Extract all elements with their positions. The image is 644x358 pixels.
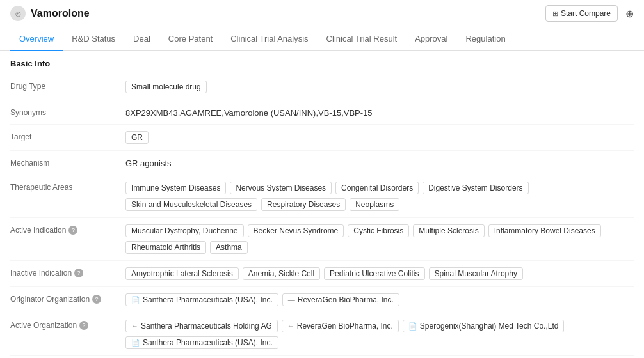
row-target: Target GR <box>10 125 634 151</box>
tag-respiratory: Respiratory Diseases <box>261 198 346 211</box>
label-originator-org: Originator Organization ? <box>10 293 125 304</box>
tag-als: Amyotrophic Lateral Sclerosis <box>125 267 239 280</box>
header-right: ⊞ Start Compare ⊕ <box>545 5 634 22</box>
label-therapeutic-areas: Therapeutic Areas <box>10 182 125 192</box>
org-reveragem-active: ← ReveraGen BioPharma, Inc. <box>282 320 399 332</box>
value-drug-type: Small molecule drug <box>125 81 634 93</box>
value-active-org: ← Santhera Pharmaceuticals Holding AG ← … <box>125 320 634 349</box>
compare-label: Start Compare <box>561 9 611 18</box>
doc-icon-3: 📄 <box>131 339 140 347</box>
header-left: ◎ Vamorolone <box>10 6 90 21</box>
tag-congenital: Congenital Disorders <box>335 182 419 194</box>
row-synonyms: Synonyms 8XP29XMB43,AGAMREE,Vamorolone (… <box>10 100 634 125</box>
tag-nervous: Nervous System Diseases <box>230 182 332 194</box>
tag-digestive: Digestive System Disorders <box>423 182 528 194</box>
row-mechanism: Mechanism GR agonists <box>10 151 634 175</box>
start-compare-button[interactable]: ⊞ Start Compare <box>545 5 618 22</box>
label-mechanism: Mechanism <box>10 157 125 167</box>
org-santhera-usa-active: 📄 Santhera Pharmaceuticals (USA), Inc. <box>125 336 278 349</box>
settings-icon[interactable]: ⊕ <box>625 8 634 20</box>
help-icon-originator[interactable]: ? <box>92 295 101 304</box>
tag-small-molecule: Small molecule drug <box>125 81 207 93</box>
mechanism-text: GR agonists <box>125 157 172 168</box>
org-sperogenix: 📄 Sperogenix(Shanghai) Med Tech Co.,Ltd <box>403 320 565 332</box>
nav-tabs: Overview R&D Status Deal Core Patent Cli… <box>0 27 644 51</box>
arrow-icon-1: ← <box>131 322 138 330</box>
value-active-indication: Muscular Dystrophy, Duchenne Becker Nevu… <box>125 224 634 254</box>
value-therapeutic-areas: Immune System Diseases Nervous System Di… <box>125 182 634 211</box>
tag-ibd: Inflammatory Bowel Diseases <box>488 224 601 237</box>
doc-icon-2: 📄 <box>408 322 417 331</box>
tag-multiple-sclerosis: Multiple Sclerosis <box>413 224 484 237</box>
content-area: Basic Info Drug Type Small molecule drug… <box>0 51 644 358</box>
label-synonyms: Synonyms <box>10 107 125 117</box>
value-mechanism: GR agonists <box>125 157 634 168</box>
value-inactive-indication: Amyotrophic Lateral Sclerosis Anemia, Si… <box>125 267 634 280</box>
tag-muscular-dystrophy: Muscular Dystrophy, Duchenne <box>125 224 244 237</box>
tag-skin-musculo: Skin and Musculoskeletal Diseases <box>125 198 257 211</box>
tab-deal[interactable]: Deal <box>124 27 159 51</box>
org-reveragem: — ReveraGen BioPharma, Inc. <box>282 293 399 306</box>
label-active-org: Active Organization ? <box>10 320 125 330</box>
arrow-icon-2: ← <box>287 322 294 330</box>
tag-asthma: Asthma <box>210 241 248 254</box>
value-target: GR <box>125 131 634 144</box>
compare-icon: ⊞ <box>552 10 558 18</box>
row-inactive-indication: Inactive Indication ? Amyotrophic Latera… <box>10 261 634 287</box>
label-inactive-indication: Inactive Indication ? <box>10 267 125 277</box>
section-basic-info: Basic Info <box>10 51 634 74</box>
tag-becker-nevus: Becker Nevus Syndrome <box>248 224 344 237</box>
tab-approval[interactable]: Approval <box>406 27 456 51</box>
label-target: Target <box>10 131 125 141</box>
label-active-indication: Active Indication ? <box>10 224 125 235</box>
row-drug-type: Drug Type Small molecule drug <box>10 74 634 100</box>
page-header: ◎ Vamorolone ⊞ Start Compare ⊕ <box>0 0 644 27</box>
row-active-indication: Active Indication ? Muscular Dystrophy, … <box>10 218 634 261</box>
tab-core-patent[interactable]: Core Patent <box>159 27 221 51</box>
tag-neoplasms: Neoplasms <box>350 198 399 211</box>
doc-icon-1: 📄 <box>131 296 140 304</box>
tab-regulation[interactable]: Regulation <box>456 27 514 51</box>
row-active-org: Active Organization ? ← Santhera Pharmac… <box>10 313 634 356</box>
row-originator-org: Originator Organization ? 📄 Santhera Pha… <box>10 287 634 313</box>
help-icon-inactive-indication[interactable]: ? <box>74 268 83 277</box>
tag-anemia: Anemia, Sickle Cell <box>243 267 320 280</box>
tab-rd-status[interactable]: R&D Status <box>63 27 124 51</box>
synonyms-text: 8XP29XMB43,AGAMREE,Vamorolone (USAN/INN)… <box>125 107 373 118</box>
drug-name: Vamorolone <box>31 8 90 19</box>
dash-icon-1: — <box>288 296 295 304</box>
help-icon-active-org[interactable]: ? <box>79 321 88 330</box>
value-synonyms: 8XP29XMB43,AGAMREE,Vamorolone (USAN/INN)… <box>125 107 634 118</box>
tag-spinal-muscular: Spinal Muscular Atrophy <box>429 267 523 280</box>
tag-immune: Immune System Diseases <box>125 182 226 194</box>
tag-rheumatoid-arthritis: Rheumatoid Arthritis <box>125 241 206 254</box>
logo-icon: ◎ <box>10 6 26 21</box>
value-originator-org: 📄 Santhera Pharmaceuticals (USA), Inc. —… <box>125 293 634 306</box>
tag-gr: GR <box>125 131 149 144</box>
tab-clinical-trial-result[interactable]: Clinical Trial Result <box>318 27 407 51</box>
tag-cystic-fibrosis: Cystic Fibrosis <box>348 224 409 237</box>
label-drug-type: Drug Type <box>10 81 125 91</box>
tag-pediatric-uc: Pediatric Ulcerative Colitis <box>324 267 424 280</box>
row-therapeutic-areas: Therapeutic Areas Immune System Diseases… <box>10 175 634 218</box>
org-santhera-usa: 📄 Santhera Pharmaceuticals (USA), Inc. <box>125 293 278 306</box>
org-santhera-holding: ← Santhera Pharmaceuticals Holding AG <box>125 320 278 332</box>
tab-clinical-trial-analysis[interactable]: Clinical Trial Analysis <box>221 27 317 51</box>
tab-overview[interactable]: Overview <box>10 27 63 51</box>
help-icon-active-indication[interactable]: ? <box>68 226 77 235</box>
